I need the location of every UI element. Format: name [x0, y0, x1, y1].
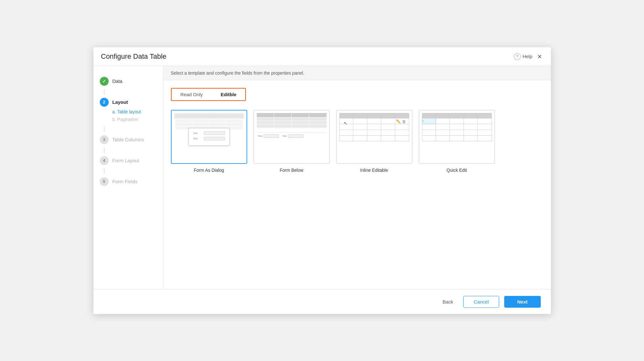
step-label-data: Data [112, 78, 123, 84]
template-label-form-as-dialog: Form As Dialog [194, 168, 224, 173]
instruction-bar: Select a template and configure the fiel… [163, 66, 551, 80]
configure-data-table-dialog: Configure Data Table ? Help × ✓ Data [93, 47, 551, 314]
step-label-table-columns: Table Columns [112, 137, 144, 142]
template-preview-inline-editable: ✏️ 🗑 ↖ [336, 110, 412, 164]
step-number-3: 3 [103, 137, 105, 142]
edit-icon: ✏️ [396, 119, 401, 124]
connector-2 [104, 126, 105, 132]
delete-icon: 🗑 [402, 119, 406, 124]
connector-1 [104, 89, 105, 95]
sidebar-item-data[interactable]: ✓ Data [93, 74, 163, 89]
cancel-button[interactable]: Cancel [463, 296, 499, 308]
read-only-toggle[interactable]: Read Only [172, 89, 212, 100]
connector-4 [104, 168, 105, 174]
dialog-body: ✓ Data 2 Layout a. Table layout b. Pagin… [93, 66, 551, 289]
step-number-4: 4 [103, 158, 105, 163]
instruction-text: Select a template and configure the fiel… [171, 70, 304, 76]
template-card-inline-editable[interactable]: ✏️ 🗑 ↖ Inline Editable [336, 110, 412, 173]
template-card-quick-edit[interactable]: I [419, 110, 495, 173]
dialog-title: Configure Data Table [101, 52, 166, 61]
step-circle-3: 3 [100, 135, 109, 144]
step-circle-4: 4 [100, 156, 109, 165]
templates-grid: Text Text Form As Dialog [171, 110, 543, 173]
step-circle-2: 2 [100, 98, 109, 107]
template-preview-form-as-dialog: Text Text [171, 110, 247, 164]
step-number-5: 5 [103, 179, 105, 184]
step-number-2: 2 [103, 100, 105, 104]
sidebar-item-table-columns[interactable]: 3 Table Columns [93, 132, 163, 147]
help-label: Help [523, 54, 532, 59]
checkmark-icon: ✓ [102, 79, 106, 84]
template-preview-form-below: Text Text [254, 110, 330, 164]
help-button[interactable]: ? Help [514, 53, 532, 60]
editable-toggle[interactable]: Editble [212, 89, 245, 100]
template-card-form-below[interactable]: Text Text Form Below [254, 110, 330, 173]
step-label-form-layout: Form Layout [112, 158, 139, 163]
main-content: Select a template and configure the fiel… [163, 66, 551, 289]
sidebar-item-layout[interactable]: 2 Layout a. Table layout b. Pagination [93, 95, 163, 126]
sub-item-table-layout[interactable]: a. Table layout [112, 108, 141, 116]
step-label-layout: Layout [112, 99, 128, 105]
template-preview-quick-edit: I [419, 110, 495, 164]
help-circle-icon: ? [514, 53, 521, 60]
sub-item-pagination[interactable]: b. Pagination [112, 116, 141, 123]
sidebar-item-form-fields[interactable]: 5 Form Fields [93, 174, 163, 189]
step-circle-1: ✓ [100, 77, 109, 86]
template-label-form-below: Form Below [280, 168, 303, 173]
cursor-icon: ↖ [344, 121, 348, 126]
next-button[interactable]: Next [504, 296, 541, 308]
dialog-header: Configure Data Table ? Help × [93, 47, 551, 66]
template-label-quick-edit: Quick Edit [447, 168, 467, 173]
step-circle-5: 5 [100, 177, 109, 186]
template-card-form-as-dialog[interactable]: Text Text Form As Dialog [171, 110, 247, 173]
close-button[interactable]: × [536, 53, 543, 60]
sidebar: ✓ Data 2 Layout a. Table layout b. Pagin… [93, 66, 163, 289]
content-area: Read Only Editble [163, 80, 551, 289]
sidebar-item-form-layout[interactable]: 4 Form Layout [93, 153, 163, 168]
template-label-inline-editable: Inline Editable [360, 168, 388, 173]
edit-mode-toggle: Read Only Editble [171, 88, 246, 101]
back-button[interactable]: Back [437, 297, 458, 307]
dialog-footer: Back Cancel Next [93, 289, 551, 314]
layout-sub-items: a. Table layout b. Pagination [112, 108, 141, 123]
header-actions: ? Help × [514, 53, 543, 60]
connector-3 [104, 147, 105, 153]
step-label-form-fields: Form Fields [112, 179, 138, 184]
